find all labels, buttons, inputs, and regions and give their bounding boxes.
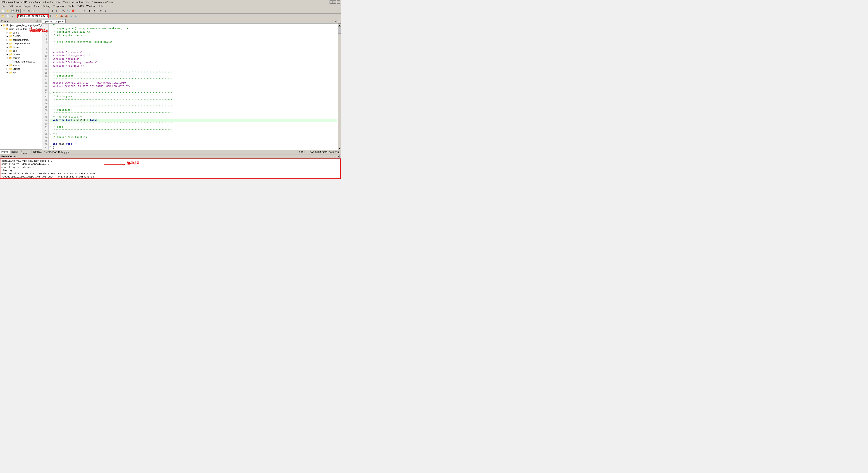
code-line-35: */ [50, 139, 337, 142]
tree-item-device[interactable]: ▶ 📁 device [0, 45, 42, 49]
settings-button[interactable]: ⚙ [103, 9, 108, 13]
toolbar-separator3 [48, 9, 49, 13]
paste-button[interactable]: 📋 [31, 9, 36, 13]
build-close-btn[interactable]: ✕ [337, 155, 340, 158]
toolbar2-btn6[interactable]: 📥 [64, 14, 69, 19]
debug-button[interactable]: ▶ [83, 9, 87, 13]
build-button[interactable]: 🔨 [61, 9, 66, 13]
code-line-12: #include "fsl_debug_console.h" [50, 61, 337, 64]
code-editor: 1234567891011121314151617181920212223242… [42, 24, 341, 150]
redo-button[interactable]: ↪ [43, 9, 48, 13]
tree-item-root[interactable]: ▼ 📁 Project: igpio_led_output_cm7_01 [0, 24, 42, 27]
line-num-4: 4 [42, 34, 49, 37]
copy-button[interactable]: ⎘ [27, 9, 31, 13]
code-line-20 [50, 88, 337, 91]
project-panel-header: Project _ ✕ [0, 19, 42, 23]
close-button[interactable]: ✕ [337, 0, 340, 4]
tab-templates[interactable]: Templa... [31, 150, 42, 154]
rebuild-button[interactable]: 🔧 [66, 9, 71, 13]
scroll-down-arrow[interactable]: ▼ [338, 147, 341, 150]
folder-icon-xip: 📁 [9, 71, 12, 74]
code-line-5: * [50, 37, 337, 40]
code-line-6: * SPDX-License-Identifier: BSD-3-Clause [50, 40, 337, 44]
menu-item-file[interactable]: File [0, 4, 7, 8]
line-num-2: 2 [42, 27, 49, 30]
tab-project[interactable]: Project [0, 150, 10, 154]
file-icon-gpio: 📄 [12, 60, 15, 63]
expand-icon-xip: ▶ [6, 71, 9, 74]
code-line-17: ****************************************… [50, 78, 337, 81]
line-num-16: 16 [42, 75, 49, 78]
project-version-dropdown[interactable]: igpio_led_output_cm7_0 [17, 14, 49, 18]
toolbar2-btn8[interactable]: 📎 [73, 14, 78, 19]
project-panel-minimize[interactable]: _ [35, 20, 38, 22]
editor-tab-gpio[interactable]: gpio_led_output.c [42, 19, 66, 23]
menu-item-edit[interactable]: Edit [7, 4, 14, 8]
tree-item-complib[interactable]: ▶ 📁 component/lib... [0, 38, 42, 42]
navigate-back-button[interactable]: ◁ [50, 9, 54, 13]
tree-item-compuart[interactable]: ▶ 📁 component/uart [0, 42, 42, 45]
tree-item-xip[interactable]: ▶ 📁 xip [0, 71, 42, 74]
open-button[interactable]: 📂 [6, 9, 10, 13]
toolbar2-btn7[interactable]: 🔗 [69, 14, 73, 19]
cut-button[interactable]: ✂ [22, 9, 27, 13]
tree-item-doc[interactable]: ▶ 📁 doc [0, 49, 42, 53]
scroll-up-arrow[interactable]: ▲ [338, 24, 341, 27]
tree-item-startup[interactable]: ▶ 📁 startup [0, 63, 42, 67]
debug-stop-button[interactable]: ⏹ [87, 9, 92, 13]
code-content[interactable]: /* * Copyright (c) 2015, Freescale Semic… [49, 24, 338, 150]
line-num-32: 32 [42, 129, 49, 132]
scroll-thumb[interactable] [338, 27, 341, 34]
tree-item-gpio-file[interactable]: ▶ 📄 gpio_led_output.c [0, 60, 42, 63]
menu-item-tools[interactable]: Tools [67, 4, 75, 8]
tree-item-utilities[interactable]: ▶ 📁 utilities [0, 67, 42, 71]
toolbar2-btn5[interactable]: 📤 [59, 14, 64, 19]
menu-item-window[interactable]: Window [85, 4, 96, 8]
line-num-7: 7 [42, 44, 49, 47]
stop-button[interactable]: ⛔ [71, 9, 75, 13]
project-panel-close[interactable]: ✕ [38, 20, 41, 22]
title-text: D:\Eliauk\software\NXP\Project\igpio_led… [1, 1, 113, 3]
menu-item-peripherals[interactable]: Peripherals [52, 4, 67, 8]
tree-item-cmsis[interactable]: ▶ 📁 CMSIS [0, 34, 42, 38]
code-line-2: * Copyright (c) 2015, Freescale Semicond… [50, 27, 337, 30]
build-line: linking... [1, 169, 340, 172]
tree-item-source[interactable]: ▼ 📂 source [0, 56, 42, 60]
code-line-28: /* The PIN status */ [50, 115, 337, 119]
tree-label-source: source [13, 57, 20, 59]
save-all-button[interactable]: 💾 [15, 9, 20, 13]
editor-float-btn[interactable]: ⧉ [337, 20, 340, 23]
debug-reset-button[interactable]: ↺ [92, 9, 96, 13]
line-num-9: 9 [42, 51, 49, 54]
toolbar-separator4 [60, 9, 61, 13]
expand-icon-utilities: ▶ [6, 67, 9, 70]
editor-close-btn[interactable]: ✕ [334, 20, 337, 23]
build-minimize-btn[interactable]: _ [334, 155, 336, 158]
menu-item-view[interactable]: View [14, 4, 22, 8]
menu-item-flash[interactable]: Flash [33, 4, 42, 8]
toolbar-separator6 [97, 9, 98, 13]
toolbar2-btn4[interactable]: 🔀 [55, 14, 59, 19]
dropdown-arrow[interactable]: ▼ [49, 14, 52, 19]
save-button[interactable]: 💾 [10, 9, 15, 13]
tree-item-drivers[interactable]: ▶ 📁 drivers [0, 53, 42, 56]
menu-item-debug[interactable]: Debug [42, 4, 52, 8]
toolbar2-btn3[interactable]: ⊞ [10, 14, 15, 19]
toolbar2: 📁 📄 ⊞ igpio_led_output_cm7_0 ▼ 🔀 📤 📥 🔗 📎 [0, 13, 341, 19]
tree-item-debug[interactable]: ▼ 📂 igpio_led_output_cm7_01 debug [0, 27, 42, 31]
menu-item-svcs[interactable]: SVCS [75, 4, 85, 8]
maximize-button[interactable]: □ [333, 0, 336, 4]
menu-item-project[interactable]: Project [22, 4, 33, 8]
tab-books[interactable]: Books [10, 150, 19, 154]
toolbar2-btn2[interactable]: 📄 [6, 14, 10, 19]
menu-item-help[interactable]: Help [96, 4, 104, 8]
tab-functions[interactable]: {} Functio... [19, 150, 31, 154]
tree-item-board[interactable]: ▶ 📁 board [0, 31, 42, 34]
toolbar2-btn1[interactable]: 📁 [1, 14, 5, 19]
download-button[interactable]: ⬇ [75, 9, 80, 13]
minimize-button[interactable]: — [330, 0, 333, 4]
options-button[interactable]: ⚙ [99, 9, 103, 13]
new-file-button[interactable]: 📄 [1, 9, 5, 13]
navigate-forward-button[interactable]: ▷ [55, 9, 59, 13]
undo-button[interactable]: ↩ [38, 9, 43, 13]
